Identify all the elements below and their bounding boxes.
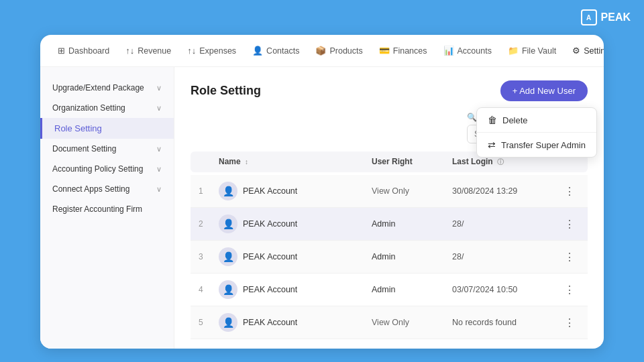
row-num: 4 xyxy=(199,285,219,294)
sidebar-label-accounting-policy: Accounting Policy Setting xyxy=(52,164,143,174)
settings-icon: ⚙ xyxy=(572,46,580,56)
panel-title: Role Setting xyxy=(191,84,261,98)
last-login: 30/08/2024 13:29 xyxy=(452,186,559,196)
sidebar-item-connect-apps[interactable]: Connect Apps Setting∨ xyxy=(40,179,174,199)
nav-item-products[interactable]: 📦Products xyxy=(309,42,369,60)
more-options-button[interactable]: ⋮ xyxy=(559,184,580,199)
chevron-icon: ∨ xyxy=(156,84,162,93)
user-cell: 👤 PEAK Account xyxy=(219,182,372,200)
context-menu: 🗑Delete⇄Transfer Super Admin xyxy=(476,107,597,158)
user-cell: 👤 PEAK Account xyxy=(219,247,372,266)
chevron-icon: ∨ xyxy=(156,104,162,113)
user-avatar: 👤 xyxy=(219,182,237,200)
user-name: PEAK Account xyxy=(243,219,297,229)
more-options-button[interactable]: ⋮ xyxy=(559,282,580,298)
nav-item-contacts[interactable]: 👤Contacts xyxy=(246,42,306,60)
products-icon: 📦 xyxy=(315,46,326,56)
context-menu-item-delete[interactable]: 🗑Delete xyxy=(477,108,596,132)
nav-item-finances[interactable]: 💳Finances xyxy=(372,42,434,60)
sidebar: Upgrade/Extend Package∨Organization Sett… xyxy=(40,67,174,349)
table-row: 3 👤 PEAK Account Admin 28/ ⋮ xyxy=(191,241,588,274)
chevron-icon: ∨ xyxy=(156,165,162,174)
nav-item-accounts[interactable]: 📊Accounts xyxy=(437,42,498,60)
user-right: View Only xyxy=(372,186,452,196)
sidebar-label-organization-setting: Organization Setting xyxy=(52,103,125,113)
user-cell: 👤 PEAK Account xyxy=(219,280,372,299)
user-avatar: 👤 xyxy=(219,247,237,266)
main-container: ⊞Dashboard↑↓Revenue↑↓Expenses👤Contacts📦P… xyxy=(40,35,604,349)
last-login: 28/ xyxy=(452,219,559,229)
table-row: 1 👤 PEAK Account View Only 30/08/2024 13… xyxy=(191,175,588,208)
chevron-icon: ∨ xyxy=(156,145,162,154)
nav-label-contacts: Contacts xyxy=(266,46,299,56)
panel-header: Role Setting + Add New User xyxy=(191,80,588,101)
user-cell: 👤 PEAK Account xyxy=(219,313,372,332)
sidebar-item-register-accounting[interactable]: Register Accounting Firm xyxy=(40,199,174,219)
more-options-button[interactable]: ⋮ xyxy=(559,249,580,265)
file-vault-icon: 📁 xyxy=(508,46,519,56)
nav-item-revenue[interactable]: ↑↓Revenue xyxy=(119,42,178,60)
user-avatar: 👤 xyxy=(219,215,237,233)
last-login: 03/07/2024 10:50 xyxy=(452,285,559,294)
content-area: Upgrade/Extend Package∨Organization Sett… xyxy=(40,67,604,349)
user-right: Admin xyxy=(372,285,452,294)
col-action xyxy=(559,157,580,167)
sidebar-item-accounting-policy[interactable]: Accounting Policy Setting∨ xyxy=(40,159,174,179)
more-options-button[interactable]: ⋮ xyxy=(559,217,580,232)
user-name: PEAK Account xyxy=(243,318,297,327)
sidebar-label-register-accounting: Register Accounting Firm xyxy=(52,204,142,214)
col-num xyxy=(199,157,219,167)
nav-item-expenses[interactable]: ↑↓Expenses xyxy=(180,42,243,60)
nav-item-file-vault[interactable]: 📁File Vault xyxy=(501,42,563,60)
nav-label-finances: Finances xyxy=(393,46,427,56)
last-login: 28/ xyxy=(452,252,559,261)
user-right: Admin xyxy=(372,219,452,229)
delete-icon: 🗑 xyxy=(488,115,497,125)
last-login: No records found xyxy=(452,318,559,327)
sidebar-label-document-setting: Document Setting xyxy=(52,144,116,154)
main-panel: Role Setting + Add New User 🔍 Search ⓘ xyxy=(174,67,604,349)
row-num: 1 xyxy=(199,186,219,196)
expenses-icon: ↑↓ xyxy=(187,46,196,56)
table-container: Name ↕ User Right Last Login ⓘ 1 👤 PEAK … xyxy=(191,152,588,339)
add-new-user-button[interactable]: + Add New User xyxy=(500,80,588,101)
user-right: Admin xyxy=(372,252,452,261)
finances-icon: 💳 xyxy=(379,46,390,56)
sidebar-label-upgrade-extend: Upgrade/Extend Package xyxy=(52,83,144,93)
row-num: 5 xyxy=(199,318,219,327)
col-last-login: Last Login ⓘ xyxy=(452,157,559,167)
user-right: View Only xyxy=(372,318,452,327)
nav-label-dashboard: Dashboard xyxy=(68,46,109,56)
nav-label-accounts: Accounts xyxy=(458,46,492,56)
nav-label-settings: Settings xyxy=(584,46,604,56)
sidebar-item-upgrade-extend[interactable]: Upgrade/Extend Package∨ xyxy=(40,78,174,98)
logo: A PEAK xyxy=(581,9,631,25)
context-menu-item-transfer-super-admin[interactable]: ⇄Transfer Super Admin xyxy=(477,132,596,157)
table-row: 2 👤 PEAK Account Admin 28/ ⋮ xyxy=(191,208,588,241)
logo-icon: A xyxy=(581,9,597,25)
user-avatar: 👤 xyxy=(219,280,237,299)
nav-item-settings[interactable]: ⚙Settings xyxy=(566,42,604,60)
sidebar-item-role-setting[interactable]: Role Setting xyxy=(40,118,174,139)
row-num: 2 xyxy=(199,219,219,229)
nav-item-dashboard[interactable]: ⊞Dashboard xyxy=(51,42,116,60)
logo-text: PEAK xyxy=(601,11,631,23)
row-num: 3 xyxy=(199,252,219,261)
user-name: PEAK Account xyxy=(243,186,297,196)
chevron-icon: ∨ xyxy=(156,185,162,194)
table-row: 5 👤 PEAK Account View Only No records fo… xyxy=(191,306,588,339)
nav-label-expenses: Expenses xyxy=(199,46,236,56)
dashboard-icon: ⊞ xyxy=(58,46,65,56)
col-user-right: User Right xyxy=(372,157,452,167)
menu-item-label: Transfer Super Admin xyxy=(501,140,586,150)
sidebar-label-connect-apps: Connect Apps Setting xyxy=(52,184,129,194)
more-options-button[interactable]: ⋮ xyxy=(559,315,580,330)
user-cell: 👤 PEAK Account xyxy=(219,215,372,233)
accounts-icon: 📊 xyxy=(443,46,454,56)
table-row: 4 👤 PEAK Account Admin 03/07/2024 10:50 … xyxy=(191,274,588,306)
menu-item-label: Delete xyxy=(502,115,528,125)
user-avatar: 👤 xyxy=(219,313,237,332)
sidebar-item-organization-setting[interactable]: Organization Setting∨ xyxy=(40,98,174,118)
sidebar-item-document-setting[interactable]: Document Setting∨ xyxy=(40,139,174,159)
top-nav: ⊞Dashboard↑↓Revenue↑↓Expenses👤Contacts📦P… xyxy=(40,35,604,67)
